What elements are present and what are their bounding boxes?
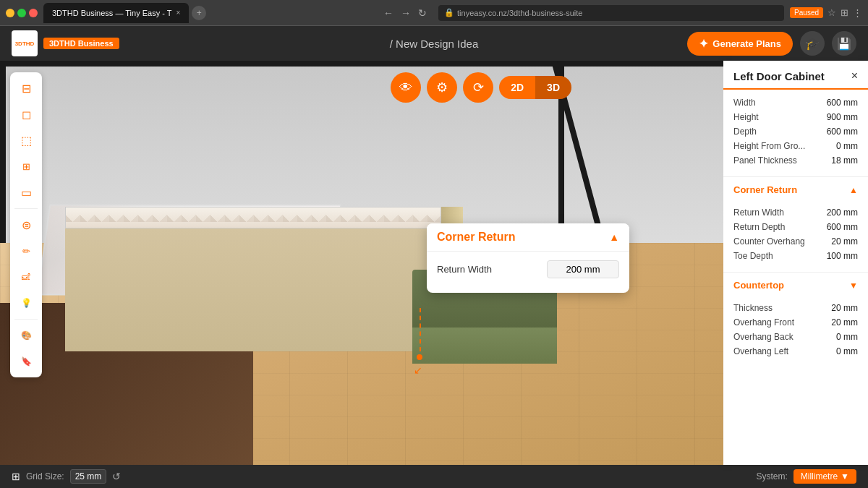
rotate-view-button[interactable]: ⟳: [463, 72, 493, 103]
panel-close-button[interactable]: ×: [851, 69, 858, 82]
toolbar-divider-1: [14, 208, 38, 209]
ct-thickness-value: 20 mm: [831, 303, 858, 313]
depth-label: Depth: [733, 127, 757, 137]
paused-badge[interactable]: Paused: [790, 7, 823, 18]
business-badge: 3DTHD Business: [43, 38, 119, 49]
materials-tool-button[interactable]: 🎨: [14, 324, 38, 347]
pencil-tool-button[interactable]: ✏: [14, 239, 38, 262]
view-2d-button[interactable]: 2D: [499, 76, 535, 99]
panel-title: Left Door Cabinet: [733, 70, 825, 82]
corner-return-section: Return Width 200 mm Return Depth 600 mm …: [723, 200, 868, 269]
corner-return-chevron-icon[interactable]: ▲: [849, 185, 858, 195]
main-area: ↙ ⊟ ◻ ⬚ ⊞ ▭ ⊜ ✏ 🛋 💡 🎨 🔖 👁 ⚙: [0, 61, 868, 465]
system-value: Millimetre: [801, 471, 838, 481]
height-from-ground-value: 0 mm: [836, 141, 858, 151]
dropdown-arrow-icon: ▼: [841, 471, 849, 481]
cube-tool-button[interactable]: ◻: [14, 103, 38, 126]
cr-return-width-label: Return Width: [733, 207, 784, 218]
new-tab-button[interactable]: +: [192, 6, 206, 20]
cr-return-depth-value: 600 mm: [827, 222, 858, 232]
cr-counter-overhang-label: Counter Overhang: [733, 236, 805, 247]
ct-overhang-left-row: Overhang Left 0 mm: [733, 344, 858, 359]
reset-grid-button[interactable]: ↺: [112, 471, 121, 482]
save-button[interactable]: 💾: [832, 31, 856, 56]
star-icon[interactable]: ☆: [827, 7, 836, 18]
menu-icon[interactable]: ⋮: [853, 7, 862, 18]
ct-overhang-front-row: Overhang Front 20 mm: [733, 315, 858, 330]
cr-counter-overhang-row: Counter Overhang 20 mm: [733, 234, 858, 249]
height-from-ground-label: Height From Gro...: [733, 141, 805, 151]
generate-plans-button[interactable]: ✦ Generate Plans: [687, 32, 793, 56]
section-divider-2: [723, 272, 868, 273]
corner-return-popup: Corner Return ▲ Return Width: [427, 223, 629, 293]
panel-thickness-label: Panel Thickness: [733, 155, 797, 166]
height-row: Height 900 mm: [733, 110, 858, 124]
countertop-section: Thickness 20 mm Overhang Front 20 mm Ove…: [723, 295, 868, 364]
toolbar-divider-2: [14, 319, 38, 320]
ct-overhang-front-label: Overhang Front: [733, 317, 794, 328]
header-title: / New Design Idea: [390, 38, 479, 50]
close-window-button[interactable]: [29, 9, 38, 17]
stack-tool-button[interactable]: ⊜: [14, 213, 38, 236]
corner-return-section-header[interactable]: Corner Return ▲: [723, 180, 868, 200]
lighting-tool-button[interactable]: 💡: [14, 291, 38, 314]
forward-button[interactable]: →: [401, 7, 411, 19]
extensions-icon[interactable]: ⊞: [841, 7, 848, 18]
corner-return-section-title: Corner Return: [733, 184, 797, 195]
footer-right: System: Millimetre ▼: [756, 469, 856, 484]
ct-overhang-back-value: 0 mm: [836, 332, 858, 342]
popup-chevron-icon[interactable]: ▲: [609, 231, 619, 243]
left-toolbar: ⊟ ◻ ⬚ ⊞ ▭ ⊜ ✏ 🛋 💡 🎨 🔖: [10, 72, 42, 377]
ct-overhang-back-label: Overhang Back: [733, 332, 793, 342]
camera-view-button[interactable]: 👁: [391, 72, 421, 103]
cr-return-width-row: Return Width 200 mm: [733, 205, 858, 220]
right-panel: Left Door Cabinet × Width 600 mm Height …: [723, 61, 868, 465]
cr-return-depth-row: Return Depth 600 mm: [733, 220, 858, 234]
return-width-label: Return Width: [437, 264, 492, 275]
view-settings-button[interactable]: ⚙: [427, 72, 457, 103]
cr-return-depth-label: Return Depth: [733, 222, 785, 232]
tab-close-icon[interactable]: ×: [176, 9, 180, 17]
viewport[interactable]: ↙ ⊟ ◻ ⬚ ⊞ ▭ ⊜ ✏ 🛋 💡 🎨 🔖 👁 ⚙: [0, 61, 723, 465]
grid-size-input[interactable]: [70, 469, 106, 484]
countertop-section-header[interactable]: Countertop ▼: [723, 275, 868, 295]
room-scene: ↙ ⊟ ◻ ⬚ ⊞ ▭ ⊜ ✏ 🛋 💡 🎨 🔖 👁 ⚙: [0, 61, 723, 465]
layers-tool-button[interactable]: ⊟: [14, 77, 38, 100]
system-dropdown[interactable]: Millimetre ▼: [793, 469, 856, 484]
door-tool-button[interactable]: ⬚: [14, 129, 38, 152]
indicator-arrow: ↙: [414, 364, 422, 376]
view-3d-button[interactable]: 3D: [535, 76, 571, 99]
tab-title: 3DTHD Business — Tiny Easy - T: [52, 9, 171, 17]
bookmark-tool-button[interactable]: 🔖: [14, 350, 38, 373]
panel-thickness-value: 18 mm: [831, 155, 858, 166]
ct-thickness-label: Thickness: [733, 303, 773, 313]
help-button[interactable]: 🎓: [800, 31, 825, 56]
address-bar[interactable]: 🔒 tinyeasy.co.nz/3dthd-business-suite: [438, 5, 784, 21]
logo-text: 3DTHD: [15, 40, 35, 47]
active-tab[interactable]: 3DTHD Business — Tiny Easy - T ×: [43, 3, 189, 23]
minimize-button[interactable]: [6, 9, 14, 17]
browser-actions: Paused ☆ ⊞ ⋮: [790, 7, 862, 18]
window-controls: [6, 9, 38, 17]
furniture-tool-button[interactable]: 🛋: [14, 265, 38, 288]
popup-header: Corner Return ▲: [427, 223, 629, 252]
countertop-section-title: Countertop: [733, 280, 784, 291]
ct-thickness-row: Thickness 20 mm: [733, 301, 858, 315]
url-text: tinyeasy.co.nz/3dthd-business-suite: [457, 9, 582, 17]
return-width-indicator: [420, 308, 421, 351]
tab-bar: 3DTHD Business — Tiny Easy - T × +: [43, 3, 378, 23]
footer-left: ⊞ Grid Size: ↺: [12, 469, 121, 484]
ct-overhang-left-value: 0 mm: [836, 346, 858, 356]
maximize-button[interactable]: [17, 9, 26, 17]
window-tool-button[interactable]: ⊞: [14, 155, 38, 178]
cr-toe-depth-row: Toe Depth 100 mm: [733, 249, 858, 263]
system-label: System:: [756, 471, 787, 481]
footer: ⊞ Grid Size: ↺ System: Millimetre ▼: [0, 465, 868, 488]
cr-counter-overhang-value: 20 mm: [831, 236, 858, 247]
back-button[interactable]: ←: [383, 7, 393, 19]
return-width-input[interactable]: [547, 260, 619, 278]
refresh-button[interactable]: ↻: [418, 7, 427, 19]
countertop-chevron-icon[interactable]: ▼: [849, 281, 858, 291]
popup-title: Corner Return: [437, 231, 515, 244]
panel-tool-button[interactable]: ▭: [14, 181, 38, 204]
